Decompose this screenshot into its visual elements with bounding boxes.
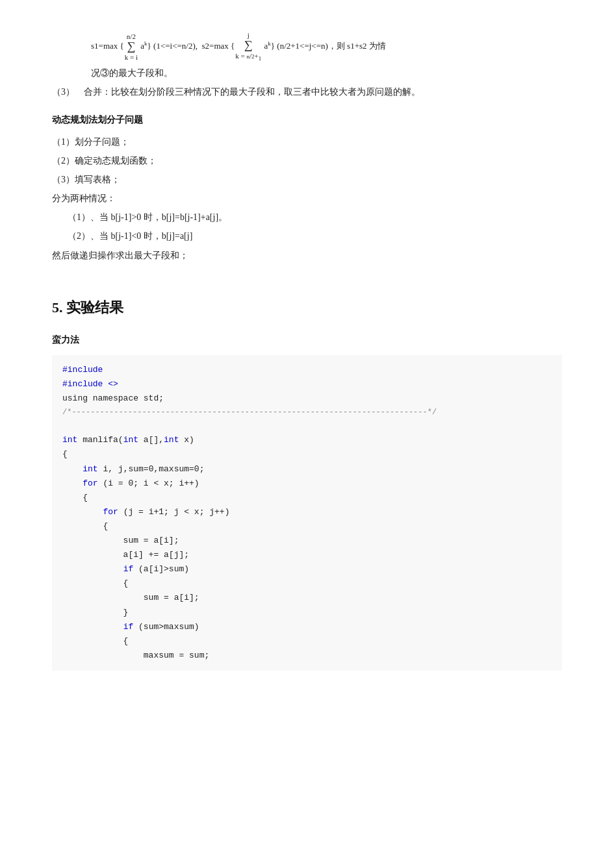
dynamic-item-2: （2）确定动态规划函数； (52, 153, 562, 169)
code-for2-brace: { (62, 519, 552, 534)
code-if2-brace: { (62, 634, 552, 649)
code-maxsum-assign: maxsum = sum; (62, 649, 552, 663)
code-include1: #include (62, 363, 552, 377)
brute-force-label: 蛮力法 (52, 332, 562, 348)
code-brace-open: { (62, 447, 552, 462)
code-using: using namespace std; (62, 391, 552, 406)
dynamic-section: 动态规划法划分子问题 （1）划分子问题； （2）确定动态规划函数； （3）填写表… (52, 112, 562, 264)
section-title: 5. 实验结果 (52, 295, 562, 321)
math-line2: 况③的最大子段和。 (91, 65, 562, 81)
code-ai-plus: a[i] += a[j]; (62, 548, 552, 562)
code-for1-brace: { (62, 491, 552, 505)
dynamic-conclusion: 然后做递归操作求出最大子段和； (52, 247, 562, 264)
code-if2: if (sum>maxsum) (62, 620, 552, 634)
code-divider: /*--------------------------------------… (62, 406, 552, 419)
code-if1-brace: { (62, 577, 552, 591)
item3-text: （3） 合并：比较在划分阶段三种情况下的最大子段和，取三者中比较大者为原问题的解… (52, 84, 562, 100)
code-func-sig: int manlifa(int a[],int x) (62, 433, 552, 447)
code-sum-assign2: sum = a[i]; (62, 591, 552, 605)
code-block: #include #include <> using namespace std… (52, 355, 562, 671)
math-line1: s1=max {n/2∑k = i ak} (1<=i<=n/2), s2=ma… (91, 31, 562, 62)
dynamic-intro: 分为两种情况： (52, 190, 562, 206)
dynamic-item-3: （3）填写表格； (52, 171, 562, 188)
math-section: s1=max {n/2∑k = i ak} (1<=i<=n/2), s2=ma… (52, 31, 562, 100)
code-include2: #include <> (62, 377, 552, 391)
code-sum-assign: sum = a[i]; (62, 534, 552, 548)
dynamic-items: （1）划分子问题； （2）确定动态规划函数； （3）填写表格； 分为两种情况： … (52, 134, 562, 264)
code-for1: for (i = 0; i < x; i++) (62, 477, 552, 491)
dynamic-case1: （1）、当 b[j-1]>0 时，b[j]=b[j-1]+a[j]。 (68, 209, 562, 225)
dynamic-case2: （2）、当 b[j-1]<0 时，b[j]=a[j] (68, 228, 562, 244)
code-if1-close: } (62, 606, 552, 620)
code-vars: int i, j,sum=0,maxsum=0; (62, 462, 552, 477)
dynamic-item-1: （1）划分子问题； (52, 134, 562, 150)
results-section: 5. 实验结果 蛮力法 #include #include <> using n… (52, 295, 562, 671)
code-blank1 (62, 419, 552, 433)
code-if1: if (a[i]>sum) (62, 562, 552, 577)
dynamic-title: 动态规划法划分子问题 (52, 112, 562, 128)
code-for2: for (j = i+1; j < x; j++) (62, 505, 552, 519)
